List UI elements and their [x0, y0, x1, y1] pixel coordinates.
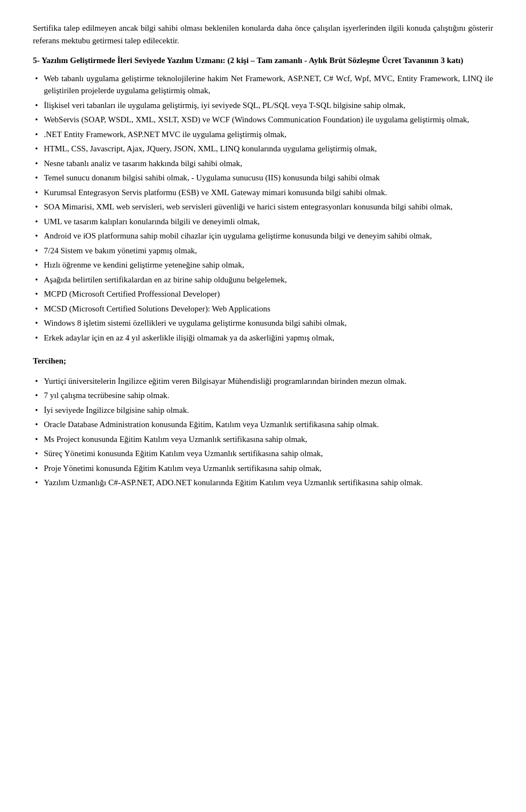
intro-text: Sertifika talep edilmeyen ancak bilgi sa…: [33, 22, 493, 47]
section-5-title: 5- Yazılım Geliştirmede İleri Seviyede Y…: [33, 54, 493, 67]
section-5-bullet-item: Temel sunucu donanım bilgisi sahibi olma…: [33, 172, 493, 184]
section-5-bullet-item: HTML, CSS, Javascript, Ajax, JQuery, JSO…: [33, 143, 493, 155]
section-5-bullet-item: SOA Mimarisi, XML web servisleri, web se…: [33, 201, 493, 213]
tercihen-bullet-item: Yurtiçi üniversitelerin İngilizce eğitim…: [33, 375, 493, 388]
tercihen-bullet-item: Ms Project konusunda Eğitim Katılım veya…: [33, 433, 493, 446]
tercihen-bullet-item: Süreç Yönetimi konusunda Eğitim Katılım …: [33, 447, 493, 460]
section-5-bullet-item: Aşağıda belirtilen sertifikalardan en az…: [33, 274, 493, 286]
tercihen-bullet-item: Oracle Database Administration konusunda…: [33, 418, 493, 431]
tercihen-bullet-item: Proje Yönetimi konusunda Eğitim Katılım …: [33, 462, 493, 475]
intro-paragraph: Sertifika talep edilmeyen ancak bilgi sa…: [33, 22, 493, 47]
section-5: 5- Yazılım Geliştirmede İleri Seviyede Y…: [33, 54, 493, 344]
tercihen-bullet-item: İyi seviyede İngilizce bilgisine sahip o…: [33, 404, 493, 417]
section-5-bullet-item: MCPD (Microsoft Certified Proffessional …: [33, 288, 493, 300]
section-5-bullet-item: İlişkisel veri tabanları ile uygulama ge…: [33, 99, 493, 112]
tercihen-bullet-list: Yurtiçi üniversitelerin İngilizce eğitim…: [33, 375, 493, 489]
tercihen-bullet-item: 7 yıl çalışma tecrübesine sahip olmak.: [33, 389, 493, 402]
section-5-bullet-item: 7/24 Sistem ve bakım yönetimi yapmış olm…: [33, 245, 493, 257]
section-5-bullet-list: Web tabanlı uygulama geliştirme teknoloj…: [33, 72, 493, 344]
section-5-bullet-item: .NET Entity Framework, ASP.NET MVC ile u…: [33, 128, 493, 141]
section-5-bullet-item: Nesne tabanlı analiz ve tasarım hakkında…: [33, 157, 493, 170]
tercihen-label: Tercihen;: [33, 355, 493, 367]
section-5-bullet-item: Erkek adaylar için en az 4 yıl askerlikl…: [33, 332, 493, 344]
section-5-bullet-item: Web tabanlı uygulama geliştirme teknoloj…: [33, 72, 493, 97]
section-5-bullet-item: MCSD (Microsoft Certified Solutions Deve…: [33, 303, 493, 315]
section-5-bullet-item: WebServis (SOAP, WSDL, XML, XSLT, XSD) v…: [33, 113, 493, 126]
section-5-bullet-item: Hızlı öğrenme ve kendini geliştirme yete…: [33, 259, 493, 271]
section-5-bullet-item: Kurumsal Entegrasyon Servis platformu (E…: [33, 186, 493, 199]
tercihen-bullet-item: Yazılım Uzmanlığı C#-ASP.NET, ADO.NET ko…: [33, 476, 493, 489]
section-5-bullet-item: Android ve iOS platformuna sahip mobil c…: [33, 230, 493, 242]
tercihen-section: Tercihen; Yurtiçi üniversitelerin İngili…: [33, 355, 493, 489]
section-5-bullet-item: UML ve tasarım kalıpları konularında bil…: [33, 215, 493, 228]
section-5-bullet-item: Windows 8 işletim sistemi özellikleri ve…: [33, 317, 493, 330]
